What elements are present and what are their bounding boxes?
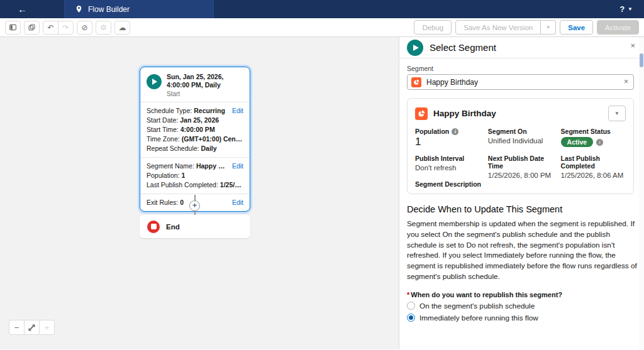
field-label: Next Publish Date Time — [488, 155, 561, 170]
row-label: Schedule Type: — [147, 106, 192, 116]
row-value: Jan 25, 2026 — [180, 116, 219, 125]
start-node[interactable]: Sun, Jan 25, 2026, 4:00:00 PM, Daily Sta… — [140, 67, 250, 212]
save-button[interactable]: Save — [560, 20, 593, 35]
start-node-header: Sun, Jan 25, 2026, 4:00:00 PM, Daily Sta… — [140, 67, 250, 102]
end-node[interactable]: End — [140, 215, 250, 238]
clear-selection-icon[interactable]: × — [624, 77, 628, 86]
help-menu[interactable]: ? ▼ — [619, 0, 633, 18]
flow-settings-button[interactable]: ⚙ — [96, 21, 111, 35]
end-icon — [147, 221, 160, 233]
field-value: 1 — [415, 136, 488, 148]
segment-details-card: Happy Birthday ▼ Population i 1 Segment … — [407, 98, 634, 194]
segment-description-label: Segment Description — [415, 180, 626, 188]
panel-header: Select Segment × — [399, 37, 644, 58]
panel-title: Select Segment — [430, 42, 496, 53]
view-tests-button[interactable]: ☁ — [114, 21, 130, 35]
start-node-title: Sun, Jan 25, 2026, 4:00:00 PM, Daily — [167, 73, 243, 89]
segment-lookup-value: Happy Birthday — [426, 78, 478, 87]
top-nav: ← Flow Builder ? ▼ — [0, 0, 644, 18]
panel-body: Segment Happy Birthday × Happy Birthday … — [399, 58, 644, 322]
zoom-in-button[interactable]: + — [39, 320, 55, 335]
field-value: 1/25/2026, 8:00 PM — [488, 172, 561, 179]
field-label: Segment On — [488, 128, 527, 135]
field-next-publish: Next Publish Date Time 1/25/2026, 8:00 P… — [488, 155, 561, 179]
save-as-new-version-button[interactable]: Save As New Version — [455, 20, 541, 35]
radio-option-publish-schedule[interactable]: On the segment's publish schedule — [407, 302, 634, 310]
row-label: Population: — [147, 171, 180, 180]
toolbar-left-group: ↶ ↷ ⊘ ⚙ ☁ — [5, 21, 130, 35]
row-label: Last Publish Completed: — [147, 180, 218, 190]
field-value: Don't refresh — [415, 164, 488, 172]
expand-icon — [28, 324, 35, 331]
row-label: Start Date: — [147, 116, 178, 125]
help-label: ? — [619, 5, 625, 14]
update-section-heading: Decide When to Update This Segment — [407, 204, 634, 214]
add-element-button[interactable]: + — [189, 200, 200, 211]
segment-row: Last Publish Completed: 1/25/2026, 8:... — [147, 180, 243, 190]
info-icon[interactable]: i — [452, 128, 458, 135]
info-icon[interactable]: i — [596, 139, 603, 146]
required-asterisk: * — [407, 291, 409, 298]
row-value: Daily — [201, 144, 216, 153]
radio-selected-icon[interactable] — [407, 314, 415, 322]
toggle-toolbox-button[interactable] — [5, 21, 21, 35]
row-value: 1/25/2026, 8:... — [220, 180, 243, 190]
segment-field-label: Segment — [407, 65, 634, 72]
row-label: Start Time: — [147, 125, 179, 134]
toolbar-right-group: Debug Save As New Version ▼ Save Activat… — [414, 20, 639, 35]
start-node-subtitle: Start — [167, 90, 243, 97]
scrollbar-thumb[interactable] — [640, 53, 643, 67]
close-panel-button[interactable]: × — [630, 41, 635, 50]
question-text: When do you want to republish this segme… — [411, 291, 562, 298]
debug-button[interactable]: Debug — [414, 20, 452, 35]
edit-schedule-link[interactable]: Edit — [228, 106, 243, 116]
start-play-icon — [147, 74, 162, 89]
redo-button[interactable]: ↷ — [58, 21, 74, 35]
flow-errors-button[interactable]: ⊘ — [77, 21, 92, 35]
field-publish-interval: Publish Interval Don't refresh — [415, 155, 488, 179]
segment-icon — [411, 77, 421, 87]
activate-button[interactable]: Activate — [597, 20, 639, 35]
panel-scrollbar[interactable] — [639, 37, 644, 349]
panel-toggle-icon — [9, 23, 17, 31]
field-population: Population i 1 — [415, 128, 488, 148]
radio-option-immediately[interactable]: Immediately before running this flow — [407, 314, 634, 322]
save-options-caret-button[interactable]: ▼ — [541, 20, 556, 35]
field-label: Last Publish Completed — [561, 155, 626, 170]
segment-icon — [415, 107, 428, 120]
radio-unselected-icon[interactable] — [407, 302, 415, 310]
back-button[interactable]: ← — [18, 0, 27, 18]
segment-fields-grid: Population i 1 Segment On Unified Indivi… — [415, 128, 626, 179]
main-area: Sun, Jan 25, 2026, 4:00:00 PM, Daily Sta… — [0, 37, 644, 349]
copy-elements-button[interactable] — [24, 21, 40, 35]
edit-segment-link[interactable]: Edit — [228, 161, 243, 171]
radio-label: Immediately before running this flow — [419, 314, 538, 322]
app-tab-flow-builder[interactable]: Flow Builder — [64, 0, 214, 18]
schedule-row: Schedule Type: Recurring Edit — [147, 106, 243, 116]
zoom-to-fit-button[interactable] — [24, 320, 40, 335]
schedule-row: Time Zone: (GMT+01:00) Central Eur... — [147, 134, 243, 144]
canvas-zoom-controls: − + — [9, 320, 55, 335]
start-play-icon — [407, 40, 423, 56]
row-value: 1 — [182, 171, 186, 180]
row-value: Recurring — [194, 106, 225, 116]
zoom-out-button[interactable]: − — [9, 320, 25, 335]
republish-question-label: *When do you want to republish this segm… — [407, 291, 634, 298]
field-value: 1/25/2026, 8:06 AM — [561, 172, 626, 179]
schedule-row: Start Time: 4:00:00 PM — [147, 125, 243, 134]
segment-actions-menu-button[interactable]: ▼ — [608, 106, 626, 121]
edit-exit-rules-link[interactable]: Edit — [228, 198, 243, 207]
undo-button[interactable]: ↶ — [43, 21, 58, 35]
field-label: Segment Status — [561, 128, 611, 135]
app-title: Flow Builder — [88, 5, 130, 14]
copy-icon — [28, 23, 36, 31]
field-segment-status: Segment Status Active i — [561, 128, 626, 148]
row-label: Time Zone: — [147, 134, 180, 144]
row-value: 0 — [180, 198, 184, 207]
flow-canvas[interactable]: Sun, Jan 25, 2026, 4:00:00 PM, Daily Sta… — [0, 37, 399, 349]
status-badge: Active — [561, 137, 594, 147]
field-value: Unified Individual — [488, 137, 561, 145]
schedule-row: Repeat Schedule: Daily — [147, 144, 243, 153]
segment-row: Population: 1 — [147, 171, 243, 180]
segment-lookup-input[interactable]: Happy Birthday × — [407, 74, 634, 90]
